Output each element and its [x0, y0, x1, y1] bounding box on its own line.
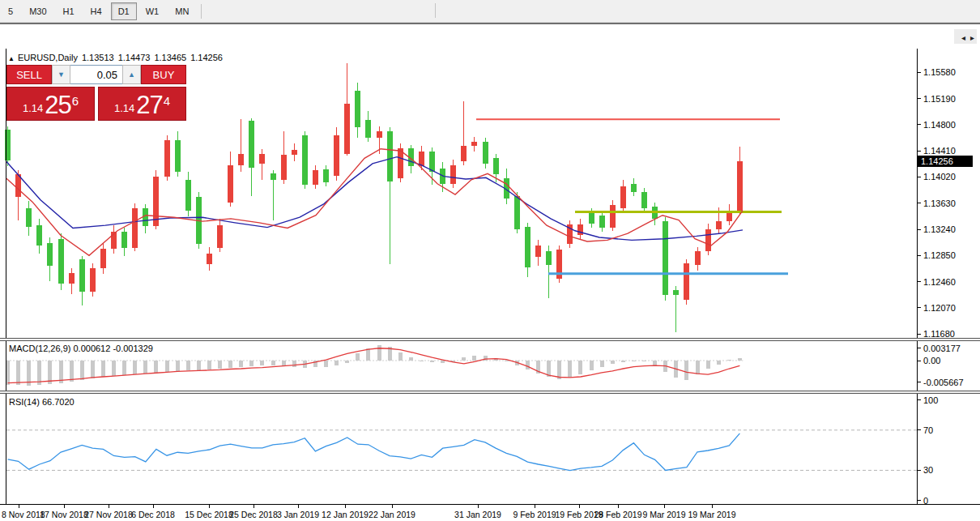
one-click-trade-panel: SELL ▼ ▲ BUY 1.14 25 6 1.14 27 4: [6, 65, 186, 121]
rsi-axis-label: 100: [923, 395, 938, 405]
price-axis-tick: [917, 124, 921, 125]
current-price-badge: 1.14256: [918, 156, 973, 167]
tab-scroll-right-icon[interactable]: ▸: [970, 33, 974, 42]
price-axis-tick: [917, 229, 921, 230]
toolbar-separator: [435, 3, 436, 18]
buy-button[interactable]: BUY: [141, 65, 186, 84]
price-axis-tick: [917, 72, 921, 73]
volume-decrease-button[interactable]: ▼: [52, 65, 70, 84]
price-axis-label: 1.12850: [923, 250, 956, 260]
buy-price-big: 27: [136, 93, 162, 117]
rsi-axis-label: 0: [923, 496, 928, 506]
macd-axis-label: -0.005667: [923, 378, 964, 387]
rsi-axis-label: 30: [923, 465, 933, 475]
sell-price-base: 1.14: [23, 100, 43, 117]
date-tick: [392, 505, 393, 508]
date-label: 3 Jan 2019: [277, 510, 319, 519]
macd-axis-tick: [917, 382, 921, 382]
date-label: 6 Dec 2018: [131, 510, 175, 519]
price-axis-label: 1.14020: [923, 172, 956, 181]
timeframe-toolbar: 5M30H1H4D1W1MN: [0, 0, 980, 23]
price-axis-label: 1.13240: [923, 224, 956, 234]
timeframe-button-mn[interactable]: MN: [168, 2, 196, 20]
rsi-axis-label: 70: [923, 425, 933, 435]
price-axis-label: 1.15580: [923, 67, 956, 77]
date-tick: [618, 505, 619, 508]
rsi-pane[interactable]: [0, 394, 918, 504]
date-label: 25 Dec 2018: [229, 510, 278, 519]
macd-axis-label: 0.003177: [923, 344, 961, 353]
date-label: 9 Mar 2019: [642, 510, 685, 519]
timeframe-button-w1[interactable]: W1: [138, 2, 167, 20]
ohlc-open: 1.13513: [82, 53, 114, 62]
macd-axis-tick: [917, 348, 921, 348]
date-tick: [254, 505, 254, 508]
date-label: 8 Nov 2018: [2, 510, 45, 519]
price-axis-tick: [917, 281, 921, 282]
timeframe-button-h1[interactable]: H1: [56, 2, 82, 20]
timeframe-button-d1[interactable]: D1: [111, 2, 137, 20]
toolbar-separator: [201, 4, 202, 19]
date-tick: [345, 505, 346, 508]
macd-axis-tick: [917, 361, 921, 361]
date-tick: [478, 505, 479, 508]
rsi-axis-tick: [917, 470, 921, 471]
ohlc-high: 1.14473: [118, 53, 151, 62]
tab-scroll-arrows: ◂▸: [954, 29, 977, 44]
ohlc-low: 1.13465: [154, 53, 186, 62]
buy-price-base: 1.14: [114, 100, 134, 117]
price-axis-label: 1.14410: [923, 146, 956, 156]
ohlc-close: 1.14256: [190, 53, 223, 62]
chart-symbol: EURUSD,Daily: [18, 53, 78, 62]
price-axis-tick: [917, 98, 921, 99]
rsi-axis-tick: [917, 500, 921, 501]
date-tick: [664, 505, 665, 508]
date-tick: [109, 505, 109, 508]
date-label: 31 Jan 2019: [454, 510, 501, 519]
chart-header: ▲EURUSD,Daily1.135131.144731.134651.1425…: [8, 53, 223, 62]
sell-price-pip: 6: [72, 96, 79, 107]
timeframe-button-h4[interactable]: H4: [83, 2, 109, 20]
price-axis-label: 1.14800: [923, 120, 956, 130]
mt4-window: 5M30H1H4D1W1MN ▲EURUSD,Daily1.135131.144…: [0, 0, 980, 521]
date-label: 27 Nov 2018: [84, 510, 133, 519]
volume-increase-button[interactable]: ▲: [122, 65, 141, 84]
price-axis-line: [917, 49, 918, 504]
date-label: 19 Mar 2019: [688, 510, 736, 519]
date-tick: [153, 505, 154, 508]
buy-price-pip: 4: [164, 96, 170, 107]
date-label: 22 Jan 2019: [369, 510, 415, 519]
pane-resize-handle[interactable]: [0, 391, 980, 394]
date-label: 9 Feb 2019: [513, 510, 556, 519]
rsi-axis-tick: [917, 399, 921, 400]
price-axis-tick: [917, 334, 921, 335]
date-tick: [298, 505, 299, 508]
rsi-label: RSI(14) 66.7020: [9, 397, 75, 407]
tab-scroll-left-icon[interactable]: ◂: [961, 33, 965, 42]
collapse-icon[interactable]: ▲: [8, 55, 15, 62]
timeframe-button-m30[interactable]: M30: [22, 2, 53, 20]
date-label: 15 Dec 2018: [185, 510, 233, 519]
price-axis-label: 1.12070: [923, 303, 956, 313]
timeframe-button-5[interactable]: 5: [1, 2, 20, 20]
sell-button[interactable]: SELL: [6, 65, 52, 84]
buy-price-box[interactable]: 1.14 27 4: [98, 87, 186, 121]
rsi-axis-tick: [917, 429, 921, 430]
price-axis-label: 1.11680: [923, 329, 955, 339]
price-axis-tick: [917, 307, 921, 308]
pane-resize-handle[interactable]: [0, 338, 980, 341]
price-axis-label: 1.12460: [923, 277, 956, 287]
date-label: 17 Nov 2018: [40, 510, 88, 519]
macd-axis-label: 0.00: [923, 356, 940, 365]
volume-input[interactable]: [70, 65, 122, 84]
sell-price-box[interactable]: 1.14 25 6: [6, 87, 95, 121]
date-tick: [579, 505, 580, 508]
date-tick: [712, 505, 713, 508]
chart-window: ▲EURUSD,Daily1.135131.144731.134651.1425…: [0, 23, 980, 521]
price-axis-tick: [917, 151, 921, 152]
price-axis-label: 1.15190: [923, 94, 956, 104]
date-label: 12 Jan 2019: [322, 510, 369, 519]
date-label: 28 Feb 2019: [594, 510, 642, 519]
date-tick: [209, 505, 210, 508]
price-axis-tick: [917, 203, 921, 203]
